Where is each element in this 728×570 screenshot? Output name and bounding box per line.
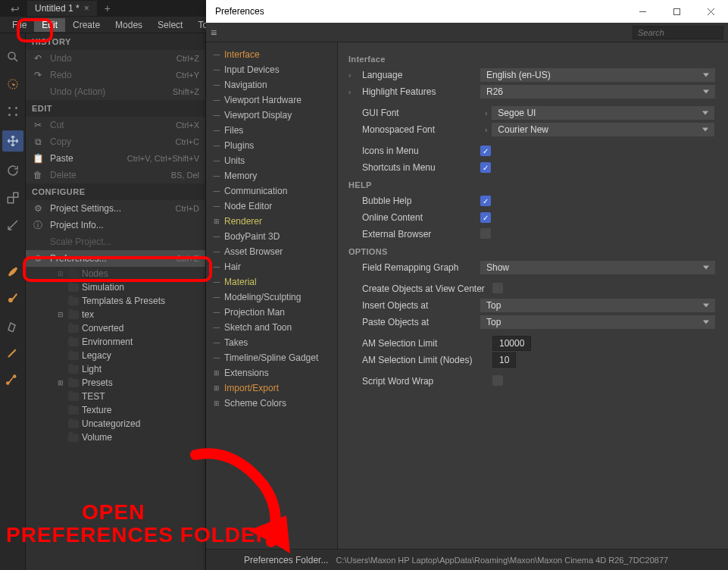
pt-asset-browser[interactable]: —Asset Browser xyxy=(206,244,337,259)
tree-volume[interactable]: Volume xyxy=(26,431,205,444)
scale-icon[interactable] xyxy=(5,189,21,206)
live-select-icon[interactable] xyxy=(5,76,21,92)
document-tab[interactable]: Untitled 1 * × xyxy=(27,1,97,16)
delete-item[interactable]: 🗑DeleteBS, Del xyxy=(26,167,205,183)
gui-font-dropdown[interactable]: Segoe UI xyxy=(492,106,714,120)
hamburger-icon[interactable]: ≡ xyxy=(211,27,217,39)
search-input[interactable] xyxy=(633,26,723,39)
chevron-right-icon[interactable]: › xyxy=(348,71,361,80)
tree-legacy[interactable]: Legacy xyxy=(26,349,205,362)
paste-item[interactable]: 📋PasteCtrl+V, Ctrl+Shift+V xyxy=(26,150,205,167)
icons-menu-label: Icons in Menu xyxy=(361,146,480,156)
pt-viewport-hardware[interactable]: —Viewport Hardware xyxy=(206,92,337,108)
external-browser-checkbox[interactable] xyxy=(480,228,491,239)
cut-item[interactable]: ✂CutCtrl+X xyxy=(26,117,205,133)
minimize-button[interactable] xyxy=(626,0,660,23)
tree-test[interactable]: TEST xyxy=(26,390,205,403)
maximize-button[interactable] xyxy=(660,0,694,23)
tree-light[interactable]: Light xyxy=(26,362,205,376)
tab-add-button[interactable]: + xyxy=(97,2,118,14)
close-button[interactable] xyxy=(694,0,728,23)
online-content-checkbox[interactable]: ✓ xyxy=(480,212,491,223)
menu-modes[interactable]: Modes xyxy=(108,18,150,32)
create-center-checkbox[interactable] xyxy=(492,283,503,293)
chevron-right-icon[interactable]: › xyxy=(480,126,492,134)
move-icon[interactable] xyxy=(2,130,23,152)
field-remap-dropdown[interactable]: Show xyxy=(480,261,715,274)
pt-takes[interactable]: —Takes xyxy=(206,335,337,350)
copy-item[interactable]: ⧉CopyCtrl+C xyxy=(26,133,205,150)
scale-project-item[interactable]: Scale Project... xyxy=(26,233,205,250)
insert-at-dropdown[interactable]: Top xyxy=(480,299,715,312)
bubble-help-checkbox[interactable]: ✓ xyxy=(480,196,491,206)
paint-icon[interactable] xyxy=(5,290,21,306)
tree-simulation[interactable]: Simulation xyxy=(26,280,205,294)
open-preferences-folder-button[interactable]: Preferences Folder... xyxy=(244,555,328,565)
pt-units[interactable]: —Units xyxy=(206,153,337,168)
tree-presets[interactable]: ⊞Presets xyxy=(26,376,205,390)
pt-viewport-display[interactable]: —Viewport Display xyxy=(206,108,337,123)
menu-create[interactable]: Create xyxy=(65,18,108,32)
script-wrap-checkbox[interactable] xyxy=(492,375,503,386)
tree-templates[interactable]: Templates & Presets xyxy=(26,294,205,308)
chevron-right-icon[interactable]: › xyxy=(480,109,492,117)
pref-content: Interface ›LanguageEnglish (en-US) ›High… xyxy=(338,42,728,549)
language-dropdown[interactable]: English (en-US) xyxy=(480,68,715,82)
brush-icon[interactable] xyxy=(5,262,21,279)
tree-environment[interactable]: Environment xyxy=(26,335,205,349)
insert-at-label: Insert Objects at xyxy=(361,300,480,311)
back-arrow-icon[interactable]: ↩ xyxy=(11,3,20,15)
pencil-icon[interactable] xyxy=(5,344,21,361)
pt-renderer[interactable]: ⊞Renderer xyxy=(206,214,337,229)
undo-icon: ↶ xyxy=(32,52,44,64)
pt-scheme-colors[interactable]: ⊞Scheme Colors xyxy=(206,396,337,411)
shortcuts-menu-checkbox[interactable]: ✓ xyxy=(480,162,491,173)
pt-import-export[interactable]: ⊞Import/Export xyxy=(206,381,337,396)
tree-texture[interactable]: Texture xyxy=(26,403,205,417)
pt-interface[interactable]: —Interface xyxy=(206,47,337,62)
pt-timeline[interactable]: —Timeline/Spline Gadget xyxy=(206,350,337,365)
project-settings-item[interactable]: ⚙Project Settings...Ctrl+D xyxy=(26,200,205,217)
mono-font-dropdown[interactable]: Courier New xyxy=(492,123,714,136)
pt-extensions[interactable]: ⊞Extensions xyxy=(206,365,337,381)
pt-material[interactable]: —Material xyxy=(206,274,337,290)
menu-edit[interactable]: Edit xyxy=(34,18,65,32)
tab-close-icon[interactable]: × xyxy=(84,3,89,14)
icons-menu-checkbox[interactable]: ✓ xyxy=(480,146,491,156)
tree-uncategorized[interactable]: Uncategorized xyxy=(26,417,205,431)
highlight-dropdown[interactable]: R26 xyxy=(480,85,715,99)
search-icon[interactable] xyxy=(5,49,21,65)
project-info-item[interactable]: ⓘProject Info... xyxy=(26,217,205,233)
pt-memory[interactable]: —Memory xyxy=(206,168,337,183)
redo-item[interactable]: ↷RedoCtrl+Y xyxy=(26,67,205,83)
am-limit-input[interactable]: 10000 xyxy=(492,336,531,351)
move-points-icon[interactable] xyxy=(5,103,21,120)
pt-plugins[interactable]: —Plugins xyxy=(206,138,337,153)
axis-icon[interactable] xyxy=(5,217,21,233)
tree-converted[interactable]: Converted xyxy=(26,321,205,335)
preferences-item[interactable]: ⚙Preferences...Ctrl+E xyxy=(26,250,205,267)
am-limit-nodes-input[interactable]: 10 xyxy=(492,352,516,368)
tree-nodes[interactable]: ⊞Nodes xyxy=(26,267,205,280)
pt-bodypaint[interactable]: —BodyPaint 3D xyxy=(206,229,337,244)
edit-brush-icon[interactable] xyxy=(5,317,21,334)
pt-files[interactable]: —Files xyxy=(206,123,337,138)
chevron-right-icon[interactable]: › xyxy=(348,88,361,96)
pt-node-editor[interactable]: —Node Editor xyxy=(206,199,337,214)
rotate-icon[interactable] xyxy=(5,162,21,179)
pt-input-devices[interactable]: —Input Devices xyxy=(206,62,337,77)
pt-projection[interactable]: —Projection Man xyxy=(206,305,337,320)
tree-tex[interactable]: ⊟tex xyxy=(26,308,205,321)
pt-hair[interactable]: —Hair xyxy=(206,259,337,274)
paste-at-dropdown[interactable]: Top xyxy=(480,315,715,329)
pt-navigation[interactable]: —Navigation xyxy=(206,77,337,92)
menu-select[interactable]: Select xyxy=(150,18,190,32)
undo-action-item[interactable]: Undo (Action)Shift+Z xyxy=(26,83,205,100)
svg-rect-14 xyxy=(674,8,680,14)
pt-modeling[interactable]: —Modeling/Sculpting xyxy=(206,290,337,305)
menu-file[interactable]: File xyxy=(5,18,34,32)
spline-pen-icon[interactable] xyxy=(5,371,21,388)
pt-communication[interactable]: —Communication xyxy=(206,183,337,199)
pt-sketch[interactable]: —Sketch and Toon xyxy=(206,320,337,335)
undo-item[interactable]: ↶UndoCtrl+Z xyxy=(26,50,205,67)
